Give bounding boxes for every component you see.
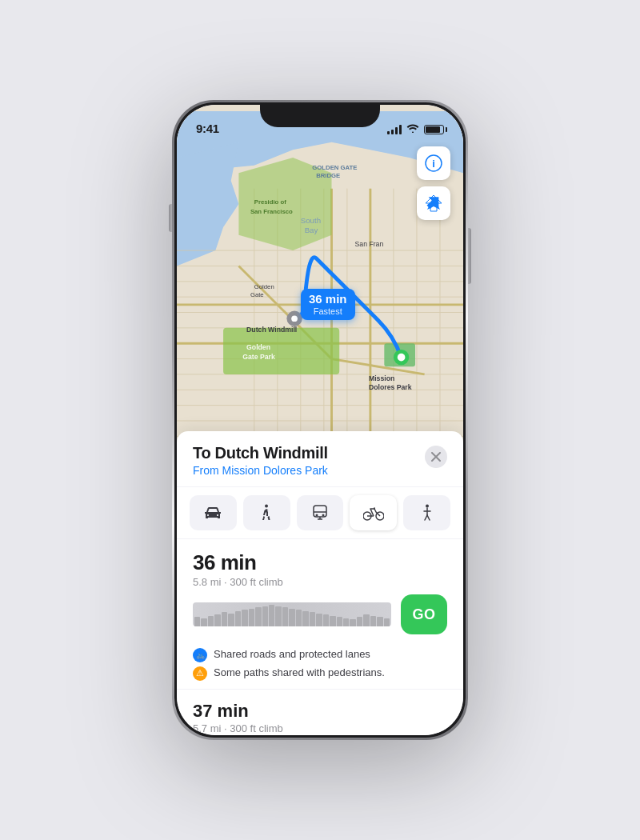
svg-text:South: South — [301, 216, 321, 225]
svg-text:Gate: Gate — [250, 291, 264, 298]
svg-point-54 — [265, 505, 268, 508]
signal-icon — [387, 125, 402, 134]
tab-walk[interactable] — [243, 495, 290, 530]
sheet-header: To Dutch Windmill From Mission Dolores P… — [177, 431, 463, 487]
svg-text:GOLDEN GATE: GOLDEN GATE — [312, 164, 357, 171]
close-button[interactable] — [425, 446, 447, 468]
bottom-sheet: To Dutch Windmill From Mission Dolores P… — [177, 431, 463, 735]
svg-text:Dolores Park: Dolores Park — [369, 383, 412, 391]
bike-icon: 🚲 — [193, 648, 207, 662]
svg-point-35 — [398, 354, 406, 362]
primary-route: 36 min 5.8 mi · 300 ft climb — [177, 539, 463, 642]
go-button[interactable]: GO — [401, 594, 447, 634]
tab-bike[interactable] — [350, 495, 397, 530]
svg-text:Bay: Bay — [305, 226, 318, 234]
svg-text:Presidio of: Presidio of — [254, 198, 286, 206]
origin-label: From Mission Dolores Park — [193, 464, 328, 477]
note-pedestrians: ⚠ Some paths shared with pedestrians. — [193, 666, 447, 681]
battery-icon — [424, 125, 444, 134]
svg-point-64 — [426, 505, 429, 508]
alt-route: 37 min 5.7 mi · 300 ft climb — [177, 689, 463, 735]
tab-stroll[interactable] — [403, 495, 450, 530]
wifi-icon — [406, 123, 419, 135]
route-details: 5.8 mi · 300 ft climb — [193, 576, 447, 588]
svg-rect-28 — [223, 328, 339, 374]
svg-rect-55 — [314, 506, 326, 517]
route-time-badge: 36 min Fastest — [301, 289, 355, 320]
notch — [260, 105, 380, 127]
svg-text:San Fran: San Fran — [355, 240, 384, 248]
svg-text:Golden: Golden — [254, 283, 274, 290]
route-elevation: GO — [193, 594, 447, 634]
svg-text:Gate Park: Gate Park — [242, 353, 275, 361]
svg-text:Mission: Mission — [369, 374, 394, 382]
route-time: 36 min — [193, 550, 447, 575]
svg-point-57 — [315, 514, 318, 517]
status-time: 9:41 — [196, 122, 219, 135]
svg-text:Golden: Golden — [246, 343, 270, 351]
svg-text:Dutch Windmill: Dutch Windmill — [246, 326, 297, 334]
route-notes: 🚲 Shared roads and protected lanes ⚠ Som… — [177, 642, 463, 681]
svg-text:i: i — [432, 158, 435, 170]
warning-icon: ⚠ — [193, 666, 207, 681]
origin-link[interactable]: Mission Dolores Park — [222, 464, 328, 477]
svg-text:San Francisco: San Francisco — [250, 208, 293, 215]
destination-title: To Dutch Windmill — [193, 444, 328, 462]
status-icons — [387, 123, 444, 135]
alt-route-details: 5.7 mi · 300 ft climb — [193, 722, 447, 734]
info-button[interactable]: i — [417, 146, 450, 180]
svg-point-58 — [322, 514, 324, 517]
transport-tabs — [177, 487, 463, 539]
tab-drive[interactable] — [190, 495, 237, 530]
elevation-chart — [193, 602, 391, 626]
svg-text:★: ★ — [291, 316, 297, 323]
map-controls: i — [417, 146, 450, 220]
tab-transit[interactable] — [297, 495, 344, 530]
location-button[interactable] — [417, 186, 450, 220]
alt-route-time: 37 min — [193, 701, 447, 722]
svg-text:BRIDGE: BRIDGE — [316, 172, 340, 179]
phone-mockup: 9:41 — [172, 100, 468, 740]
note-bike-lanes: 🚲 Shared roads and protected lanes — [193, 647, 447, 662]
